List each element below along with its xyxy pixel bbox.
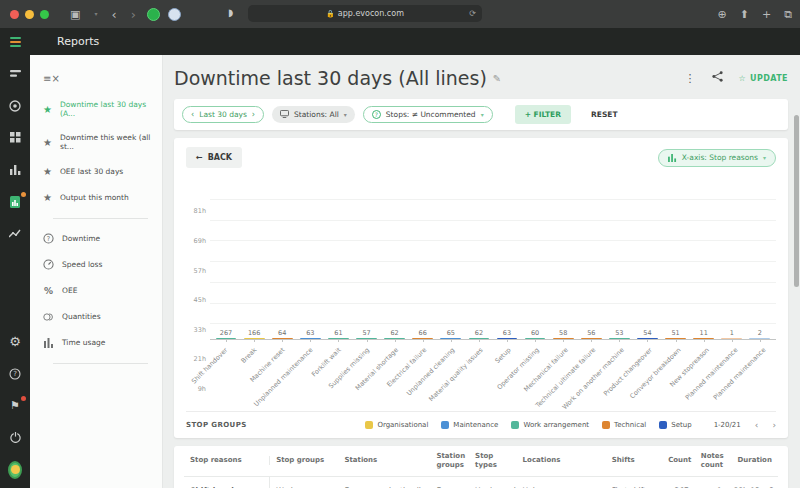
next-range-icon[interactable]: › bbox=[252, 110, 255, 119]
bar-column[interactable]: 1 bbox=[718, 338, 746, 339]
bar-column[interactable]: 2 bbox=[746, 338, 774, 339]
window-controls[interactable] bbox=[10, 10, 49, 19]
power-icon[interactable] bbox=[8, 431, 22, 444]
legend-item-technical[interactable]: Technical bbox=[602, 421, 646, 429]
sidebar-item-time-usage[interactable]: Time usage bbox=[43, 337, 162, 348]
share-icon[interactable] bbox=[712, 71, 723, 85]
new-tab-icon[interactable]: + bbox=[762, 8, 771, 21]
browser-share-icon[interactable]: ⬆ bbox=[740, 8, 749, 21]
bar-column[interactable]: 63 bbox=[493, 338, 521, 339]
sidebar-item-downtime-last-30-days[interactable]: ★ Downtime last 30 days (A... bbox=[43, 100, 162, 118]
bar-column[interactable]: 54 bbox=[633, 338, 661, 339]
bar-column[interactable]: 60 bbox=[521, 338, 549, 339]
column-header[interactable]: Stop reasons bbox=[184, 456, 270, 465]
xaxis-selector[interactable]: X-axis: Stop reasons ▾ bbox=[658, 149, 776, 167]
update-button[interactable]: ☆ UPDATE bbox=[739, 74, 788, 83]
column-header[interactable]: Station groups bbox=[430, 452, 469, 470]
legend-item-maintenance[interactable]: Maintenance bbox=[441, 421, 498, 429]
evocon-logo[interactable] bbox=[0, 37, 30, 47]
bar-column[interactable]: 62 bbox=[381, 338, 409, 339]
star-icon[interactable]: ★ bbox=[43, 192, 52, 203]
trend-icon[interactable] bbox=[8, 227, 22, 240]
table-cell: First shift bbox=[606, 477, 662, 488]
url-bar[interactable]: 🔒 app.evocon.com ⟳ bbox=[248, 5, 482, 22]
sidebar-item-oee[interactable]: % OEE bbox=[43, 285, 162, 296]
legend-item-work-arrangement[interactable]: Work arrangement bbox=[511, 421, 589, 429]
column-header[interactable]: Duration bbox=[727, 456, 777, 465]
edit-title-icon[interactable]: ✎ bbox=[493, 73, 501, 84]
flag-icon[interactable]: ⚑ bbox=[8, 399, 22, 412]
zoom-window-button[interactable] bbox=[40, 10, 49, 19]
add-filter-button[interactable]: + FILTER bbox=[515, 105, 571, 124]
back-button[interactable]: ← BACK bbox=[186, 147, 242, 168]
sidebar-item-downtime[interactable]: ? Downtime bbox=[43, 233, 162, 244]
clock-extension-icon[interactable] bbox=[168, 8, 181, 21]
date-range-pill[interactable]: ‹ Last 30 days › bbox=[182, 106, 264, 123]
x-axis-label: Planned maintenance bbox=[712, 346, 768, 402]
more-options-icon[interactable]: ⋮ bbox=[685, 72, 696, 85]
reload-icon[interactable]: ⟳ bbox=[469, 9, 476, 18]
sidebar-item-oee-last-30-days[interactable]: ★ OEE last 30 days bbox=[43, 166, 162, 177]
bar-column[interactable]: 61 bbox=[324, 338, 352, 339]
bar-column[interactable]: 65 bbox=[437, 338, 465, 339]
forward-nav-icon[interactable]: › bbox=[131, 8, 136, 21]
bar-column[interactable]: 63 bbox=[296, 338, 324, 339]
back-nav-icon[interactable]: ‹ bbox=[111, 8, 116, 21]
bar-column[interactable]: 57 bbox=[352, 338, 380, 339]
star-icon[interactable]: ★ bbox=[43, 137, 52, 148]
column-header[interactable]: Locations bbox=[517, 456, 606, 465]
legend-item-organisational[interactable]: Organisational bbox=[365, 421, 428, 429]
settings-gear-icon[interactable]: ⚙ bbox=[8, 335, 22, 348]
reports-icon[interactable] bbox=[8, 195, 22, 208]
sidebar-item-speed-loss[interactable]: Speed loss bbox=[43, 259, 162, 270]
bar-column[interactable]: 51 bbox=[662, 338, 690, 339]
prev-range-icon[interactable]: ‹ bbox=[191, 110, 194, 119]
bar-column[interactable]: 62 bbox=[465, 338, 493, 339]
column-header[interactable]: Stop groups bbox=[270, 456, 338, 465]
bar-column[interactable]: 166 bbox=[240, 338, 268, 339]
y-tick-label: 9h bbox=[198, 385, 206, 393]
sidebar-toggle-icon[interactable]: ▣ bbox=[70, 9, 80, 20]
star-icon[interactable]: ★ bbox=[43, 166, 52, 177]
user-avatar[interactable] bbox=[8, 463, 22, 476]
minimize-window-button[interactable] bbox=[25, 10, 34, 19]
column-header[interactable]: Stop types bbox=[469, 452, 517, 470]
bar-column[interactable]: 267 bbox=[212, 338, 240, 339]
dashboard-icon[interactable] bbox=[8, 131, 22, 144]
close-window-button[interactable] bbox=[10, 10, 19, 19]
table-cell: Unplanned bbox=[469, 477, 517, 488]
bar-column[interactable]: 53 bbox=[605, 338, 633, 339]
column-header[interactable]: Shifts bbox=[606, 456, 662, 465]
bar-column[interactable]: 64 bbox=[268, 338, 296, 339]
page-prev-icon[interactable]: ‹ bbox=[755, 420, 759, 430]
bar-column[interactable]: 58 bbox=[549, 338, 577, 339]
reset-button[interactable]: RESET bbox=[591, 110, 618, 119]
bar-count-label: 166 bbox=[240, 329, 268, 337]
bar-column[interactable]: 66 bbox=[409, 338, 437, 339]
extension-icon[interactable] bbox=[147, 8, 160, 21]
column-header[interactable]: Notes count bbox=[695, 452, 728, 470]
downloads-icon[interactable]: ⊕ bbox=[717, 8, 726, 21]
column-header[interactable]: Count bbox=[662, 456, 695, 465]
star-icon[interactable]: ★ bbox=[43, 104, 52, 115]
table-row[interactable]: Shift handoverWork arrangementEvocon pro… bbox=[184, 477, 778, 488]
tab-overview-icon[interactable]: ⧉ bbox=[784, 8, 792, 21]
sidebar-item-output-this-month[interactable]: ★ Output this month bbox=[43, 192, 162, 203]
charts-icon[interactable] bbox=[8, 163, 22, 176]
legend-item-setup[interactable]: Setup bbox=[659, 421, 691, 429]
privacy-shield-icon[interactable]: ◗ bbox=[228, 7, 233, 18]
page-scrollbar[interactable] bbox=[794, 115, 799, 287]
bar-column[interactable]: 56 bbox=[577, 338, 605, 339]
shift-view-icon[interactable] bbox=[8, 67, 22, 80]
bar-column[interactable]: 11 bbox=[690, 338, 718, 339]
sidebar-collapse-icon[interactable]: ≡× bbox=[43, 73, 60, 84]
help-icon[interactable]: ? bbox=[8, 367, 22, 380]
stops-filter-pill[interactable]: ? Stops: ≠ Uncommented ▾ bbox=[363, 106, 493, 123]
column-header[interactable]: Stations bbox=[338, 456, 430, 465]
stations-filter-pill[interactable]: Stations: All ▾ bbox=[272, 106, 355, 123]
sidebar-item-quantities[interactable]: Quantities bbox=[43, 311, 162, 322]
sidebar-caret-icon[interactable]: ▾ bbox=[94, 11, 97, 17]
live-view-icon[interactable] bbox=[8, 99, 22, 112]
page-next-icon[interactable]: › bbox=[772, 420, 776, 430]
sidebar-item-downtime-this-week[interactable]: ★ Downtime this week (all st... bbox=[43, 133, 162, 151]
